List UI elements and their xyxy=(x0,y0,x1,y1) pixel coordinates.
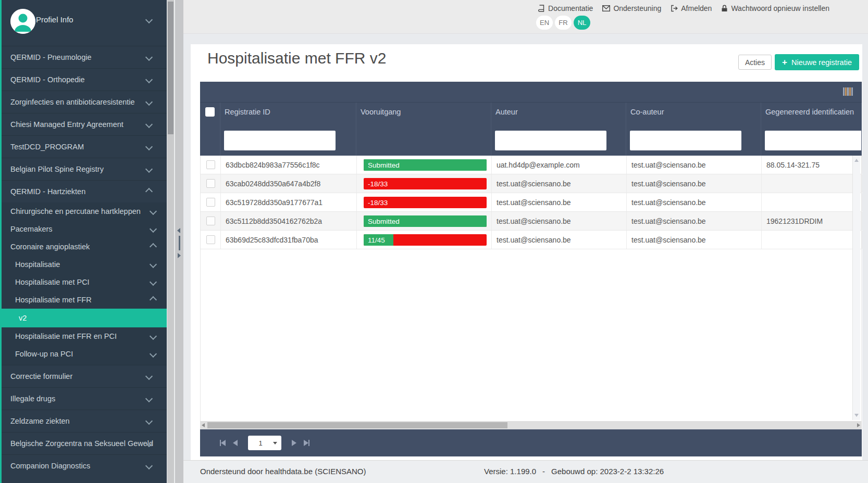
link-label: Ondersteuning xyxy=(613,4,661,12)
language-nl-button[interactable]: NL xyxy=(574,16,590,30)
new-registration-button[interactable]: + Nieuwe registratie xyxy=(775,54,859,70)
version-label: Versie: 1.199.0 xyxy=(484,467,536,476)
sidebar-item-hospitalisatie-met-pci[interactable]: Hospitalisatie met PCI xyxy=(2,273,167,291)
sidebar-item-label: Zorginfecties en antibioticaresistentie xyxy=(10,98,135,106)
sidebar-item-qermid-orthopedie[interactable]: QERMID - Orthopedie xyxy=(2,68,167,91)
top-links: Documentatie Ondersteuning Afmelden Wach… xyxy=(538,4,829,12)
last-page-button[interactable] xyxy=(304,440,309,446)
sidebar-item-v2-active[interactable]: v2 xyxy=(2,309,167,327)
link-label: Wachtwoord opnieuw instellen xyxy=(731,4,829,12)
select-all-checkbox[interactable] xyxy=(205,107,215,117)
sidebar-item-illegale-drugs[interactable]: Illegale drugs xyxy=(2,387,167,410)
column-chooser-icon[interactable] xyxy=(843,87,853,96)
table-row[interactable]: 63c5112b8dd3504162762b2a Submitted test.… xyxy=(201,212,861,231)
filter-auteur-input[interactable] xyxy=(495,131,606,150)
sidebar-item-hospitalisatie[interactable]: Hospitalisatie xyxy=(2,256,167,273)
sidebar-item-testdcd[interactable]: TestDCD_PROGRAM xyxy=(2,135,167,158)
scroll-down-icon[interactable] xyxy=(854,414,859,417)
table-row[interactable]: 63dbcb824b983a77556c1f8c Submitted uat.h… xyxy=(201,156,861,174)
profile-section[interactable]: Profiel Info xyxy=(2,0,167,46)
row-checkbox[interactable] xyxy=(206,217,215,225)
author-cell: test.uat@sciensano.be xyxy=(492,174,627,193)
horizontal-scrollbar-thumb[interactable] xyxy=(207,422,507,428)
table-row[interactable]: 63cab0248dd350a647a4b2f8 -18/33 test.uat… xyxy=(201,174,861,193)
sidebar-item-belgian-pilot-spine[interactable]: Belgian Pilot Spine Registry xyxy=(2,158,167,180)
column-header-vooruitgang[interactable]: Vooruitgang xyxy=(356,103,491,121)
table-row[interactable]: 63c519728dd350a9177677a1 -18/33 test.uat… xyxy=(201,193,861,212)
first-page-button[interactable] xyxy=(220,440,226,446)
progress-cell: 11/45 xyxy=(357,231,492,249)
progress-bar: -18/33 xyxy=(364,197,487,208)
sidebar-item-label: Chirurgische en percutane hartkleppen xyxy=(10,207,141,215)
grid-vertical-scrollbar[interactable] xyxy=(852,156,860,420)
sidebar-item-hospitalisatie-met-ffr[interactable]: Hospitalisatie met FFR xyxy=(2,291,167,309)
generated-id-cell: 19621231DRDIM xyxy=(762,212,862,230)
row-checkbox[interactable] xyxy=(206,235,215,244)
row-checkbox[interactable] xyxy=(206,198,215,207)
sidebar-item-zeldzame-ziekten[interactable]: Zeldzame ziekten xyxy=(2,410,167,432)
filter-registratie-id-input[interactable] xyxy=(224,131,336,150)
next-page-button[interactable] xyxy=(292,440,296,446)
sidebar-item-chiesi[interactable]: Chiesi Managed Entry Agreement xyxy=(2,113,167,135)
scroll-left-icon[interactable] xyxy=(202,423,205,427)
sidebar-item-follow-up-na-pci[interactable]: Follow-up na PCI xyxy=(2,345,167,363)
sidebar-splitter[interactable] xyxy=(175,0,183,483)
sidebar-scrollbar[interactable] xyxy=(167,0,174,483)
scroll-right-icon[interactable] xyxy=(857,423,860,427)
sidebar-item-pacemakers[interactable]: Pacemakers xyxy=(2,220,167,238)
splitter-drag-handle[interactable] xyxy=(179,236,180,250)
grid-horizontal-scrollbar[interactable] xyxy=(200,421,862,429)
column-header-co-auteur[interactable]: Co-auteur xyxy=(626,103,761,121)
sidebar-scrollbar-thumb[interactable] xyxy=(168,2,173,134)
logout-link[interactable]: Afmelden xyxy=(671,4,712,12)
table-row[interactable]: 63b69d25c83dfcd31fba70ba 11/45 test.uat@… xyxy=(201,231,861,249)
documentation-link[interactable]: Documentatie xyxy=(538,4,593,12)
sidebar-item-label: Hospitalisatie met FFR xyxy=(15,296,92,304)
row-checkbox[interactable] xyxy=(206,160,215,169)
progress-cell: -18/33 xyxy=(357,193,492,211)
splitter-collapse-left-icon[interactable] xyxy=(177,228,180,233)
sidebar-item-belgische-zorgcentra[interactable]: Belgische Zorgcentra na Seksueel Geweld xyxy=(2,432,167,454)
sign-out-icon xyxy=(671,5,678,12)
content-card: Hospitalisatie met FFR v2 Acties + Nieuw… xyxy=(191,44,862,460)
chevron-down-icon xyxy=(145,76,153,83)
sidebar-item-label: Hospitalisatie met PCI xyxy=(15,278,90,286)
column-header-auteur[interactable]: Auteur xyxy=(491,103,626,121)
previous-page-button[interactable] xyxy=(233,440,238,446)
sidebar-item-qermid-pneumologie[interactable]: QERMID - Pneumologie xyxy=(2,46,167,68)
progress-label: Submitted xyxy=(368,217,400,225)
checkbox-cell xyxy=(201,231,221,249)
lock-icon xyxy=(721,5,728,12)
grid-caption-bar xyxy=(200,82,862,103)
filter-cell xyxy=(220,121,356,156)
reset-password-link[interactable]: Wachtwoord opnieuw instellen xyxy=(721,4,829,12)
sidebar-item-correctie-formulier[interactable]: Correctie formulier xyxy=(2,365,167,387)
sidebar-item-qermid-hartziekten[interactable]: QERMID - Hartziekten xyxy=(2,180,167,202)
button-label: Nieuwe registratie xyxy=(791,58,852,67)
chevron-down-icon xyxy=(145,417,153,425)
sidebar-item-zorginfecties[interactable]: Zorginfecties en antibioticaresistentie xyxy=(2,91,167,113)
sidebar-item-label: TestDCD_PROGRAM xyxy=(10,143,84,151)
sidebar-item-chirurgische-hartkleppen[interactable]: Chirurgische en percutane hartkleppen xyxy=(2,202,167,220)
column-header-gegenereerd-id[interactable]: Gegenereerd identificatien xyxy=(761,103,862,121)
sidebar-item-hospitalisatie-met-ffr-en-pci[interactable]: Hospitalisatie met FFR en PCI xyxy=(2,327,167,345)
build-date-label: Gebouwd op: 2023-2-2 13:32:26 xyxy=(551,467,664,476)
language-fr-button[interactable]: FR xyxy=(555,16,572,30)
page-select[interactable]: 1 xyxy=(248,436,281,450)
sidebar-item-companion-diagnostics[interactable]: Companion Diagnostics xyxy=(2,454,167,477)
row-checkbox[interactable] xyxy=(206,179,215,188)
splitter-expand-right-icon[interactable] xyxy=(178,253,181,258)
author-cell: test.uat@sciensano.be xyxy=(492,231,627,249)
actions-button[interactable]: Acties xyxy=(738,55,772,70)
filter-gegenereerd-id-input[interactable] xyxy=(765,131,862,150)
language-en-button[interactable]: EN xyxy=(536,16,553,30)
separator: - xyxy=(542,467,545,476)
chevron-down-icon xyxy=(150,333,157,340)
filter-co-auteur-input[interactable] xyxy=(630,131,741,150)
filter-cell xyxy=(761,121,862,156)
support-link[interactable]: Ondersteuning xyxy=(602,4,661,12)
sidebar-item-coronaire-angioplastiek[interactable]: Coronaire angioplastiek xyxy=(2,238,167,256)
scroll-up-icon[interactable] xyxy=(854,159,859,162)
page-title: Hospitalisatie met FFR v2 xyxy=(207,49,386,67)
column-header-registratie-id[interactable]: Registratie ID xyxy=(220,103,356,121)
